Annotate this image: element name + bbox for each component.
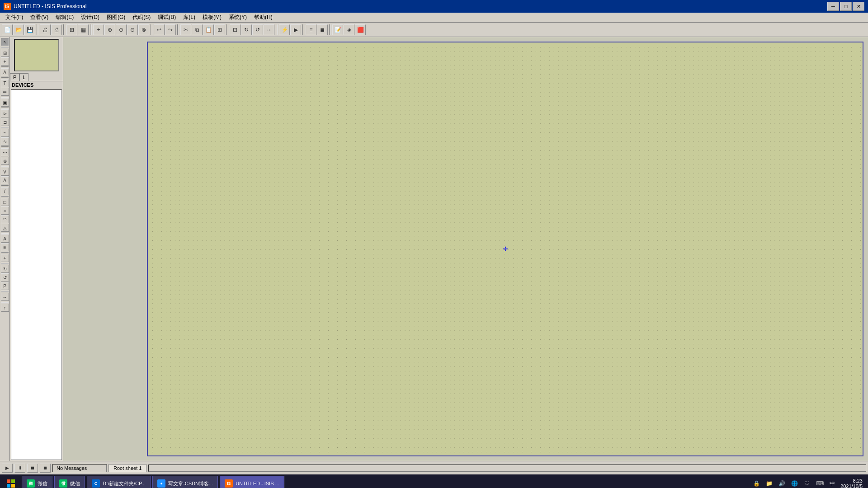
toolbar-btn-grid1[interactable]: ⊞ (66, 24, 77, 35)
left-btn-origin[interactable]: ↻ (1, 265, 9, 273)
left-separator-sep9 (1, 185, 9, 186)
taskbar-app-label-weixin1: 微信 (38, 480, 47, 487)
taskbar-app-isis[interactable]: ISUNTITLED - ISIS ... (220, 476, 284, 488)
menu-item-design[interactable]: 设计(D) (77, 13, 103, 22)
left-btn-line[interactable]: / (1, 187, 9, 195)
toolbar-btn-zoom_area[interactable]: ⊡ (230, 24, 241, 35)
tab-L[interactable]: L (19, 73, 28, 81)
left-btn-rect[interactable]: □ (1, 198, 9, 206)
left-btn-textA[interactable]: A (1, 235, 9, 243)
close-button[interactable]: ✕ (853, 2, 864, 11)
toolbar-btn-print[interactable]: 🖨 (40, 24, 51, 35)
toolbar-btn-redo[interactable]: ↪ (165, 24, 176, 35)
menu-item-view[interactable]: 查看(V) (27, 13, 52, 22)
taskbar-app-weixin2[interactable]: 微微信 (54, 476, 85, 488)
menu-item-system[interactable]: 系统(Y) (225, 13, 250, 22)
toolbar-btn-rotate_cw[interactable]: ↻ (241, 24, 252, 35)
left-btn-tape[interactable]: ⋯ (1, 148, 9, 156)
left-btn-junction[interactable]: + (1, 57, 9, 66)
start-button[interactable] (2, 476, 20, 488)
left-btn-subcircuit[interactable]: ▣ (1, 99, 9, 107)
toolbar-btn-zoom_in[interactable]: ⊕ (104, 24, 115, 35)
tray-security-icon[interactable]: 🔒 (752, 479, 761, 488)
tray-network-icon[interactable]: 🌐 (790, 479, 799, 488)
menu-item-edit[interactable]: 编辑(E) (52, 13, 77, 22)
left-separator-sep14 (1, 291, 9, 292)
left-btn-move[interactable]: ↑ (1, 304, 9, 312)
toolbar-btn-cut[interactable]: ✂ (180, 24, 191, 35)
tray-volume-icon[interactable]: 🔊 (777, 479, 786, 488)
toolbar-btn-probe[interactable]: ⚡ (279, 24, 290, 35)
sim-stop-button[interactable]: ⏹ (40, 464, 51, 473)
left-btn-component[interactable]: ⊞ (1, 49, 9, 57)
title-bar: IS UNTITLED - ISIS Professional ─ □ ✕ (0, 0, 868, 13)
left-btn-port[interactable]: ⊐ (1, 118, 9, 126)
menu-item-template[interactable]: 模板(M) (199, 13, 225, 22)
left-btn-graph[interactable]: ~ (1, 129, 9, 137)
toolbar-btn-zoom_all[interactable]: ⊗ (138, 24, 149, 35)
toolbar-btn-bom[interactable]: ≣ (317, 24, 328, 35)
left-btn-pin[interactable]: P (1, 282, 9, 290)
taskbar-app-cpro[interactable]: CD:\新建文件夹\CP... (87, 476, 151, 488)
maximize-button[interactable]: □ (840, 2, 852, 11)
status-scrollbar[interactable] (148, 465, 866, 472)
left-btn-voltage[interactable]: V (1, 168, 9, 176)
sim-stop-frame-button[interactable]: ⏹ (27, 464, 38, 473)
toolbar-btn-block_copy[interactable]: ⊞ (214, 24, 225, 35)
menu-bar: 文件(F)查看(V)编辑(E)设计(D)图图(G)代码(S)调试(B)库(L)模… (0, 13, 868, 23)
menu-item-file[interactable]: 文件(F) (2, 13, 27, 22)
toolbar-btn-paste[interactable]: 📋 (203, 24, 214, 35)
left-btn-circle[interactable]: ○ (1, 206, 9, 215)
sim-play-button[interactable]: ▶ (2, 464, 13, 473)
left-btn-arc[interactable]: ◠ (1, 215, 9, 223)
toolbar-btn-undo[interactable]: ↩ (154, 24, 165, 35)
menu-item-code[interactable]: 代码(S) (129, 13, 154, 22)
toolbar-btn-zoom_out[interactable]: ⊖ (127, 24, 138, 35)
toolbar-btn-print2[interactable]: 🖨 (51, 24, 62, 35)
tab-P[interactable]: P (10, 73, 19, 81)
toolbar-btn-copy[interactable]: ⧉ (192, 24, 203, 35)
left-btn-select[interactable]: ↖ (1, 38, 9, 46)
left-btn-arrows[interactable]: ↔ (1, 293, 9, 301)
left-btn-divider[interactable]: ∿ (1, 137, 9, 145)
toolbar-btn-sim[interactable]: ▶ (290, 24, 301, 35)
tray-keyboard-icon[interactable]: ⌨ (815, 479, 824, 488)
minimize-button[interactable]: ─ (827, 2, 839, 11)
tray-shield-icon[interactable]: 🛡 (802, 479, 811, 488)
left-btn-marker[interactable]: + (1, 254, 9, 262)
left-btn-poly[interactable]: △ (1, 224, 9, 232)
toolbar-btn-zoom_fit[interactable]: ⊙ (116, 24, 127, 35)
left-btn-ruler[interactable]: ↺ (1, 273, 9, 282)
toolbar-btn-stop_sim[interactable]: 🟥 (355, 24, 366, 35)
sheet-tab[interactable]: Root sheet 1 (108, 464, 146, 472)
left-btn-terminal[interactable]: ⊳ (1, 109, 9, 117)
toolbar-btn-netlist[interactable]: ≡ (306, 24, 316, 35)
left-btn-text[interactable]: T (1, 79, 9, 87)
menu-item-help[interactable]: 帮助(H) (250, 13, 276, 22)
menu-item-graph[interactable]: 图图(G) (103, 13, 129, 22)
toolbar-btn-mirror_h[interactable]: ↔ (264, 24, 274, 35)
toolbar-btn-vdm[interactable]: ◈ (344, 24, 354, 35)
toolbar-btn-rotate_ccw[interactable]: ↺ (252, 24, 263, 35)
toolbar-btn-open[interactable]: 📂 (13, 24, 24, 35)
toolbar-btn-new[interactable]: 📄 (2, 24, 13, 35)
toolbar-btn-add[interactable]: + (93, 24, 104, 35)
toolbar-btn-grid2[interactable]: ▦ (78, 24, 89, 35)
taskbar-app-weixin1[interactable]: 微微信 (22, 476, 52, 488)
left-separator-sep7 (1, 146, 9, 147)
taskbar-app-browser[interactable]: ●写文章-CSDN博客... (152, 476, 218, 488)
toolbar-btn-script[interactable]: 📝 (332, 24, 343, 35)
left-btn-current[interactable]: A (1, 176, 9, 184)
sim-pause-button[interactable]: ⏸ (14, 464, 25, 473)
left-btn-symbol[interactable]: ≡ (1, 243, 9, 251)
left-btn-bus[interactable]: ═ (1, 88, 9, 96)
taskbar-lang[interactable]: 中 (828, 479, 837, 488)
tray-folder-icon[interactable]: 📁 (764, 479, 774, 488)
toolbar-btn-save[interactable]: 💾 (24, 24, 35, 35)
left-btn-label[interactable]: A (1, 68, 9, 76)
canvas-area[interactable]: ✛ (63, 37, 868, 461)
menu-item-library[interactable]: 库(L) (179, 13, 199, 22)
menu-item-debug[interactable]: 调试(B) (154, 13, 179, 22)
schematic-canvas[interactable]: ✛ (147, 42, 863, 456)
left-btn-generator[interactable]: ⊚ (1, 157, 9, 165)
